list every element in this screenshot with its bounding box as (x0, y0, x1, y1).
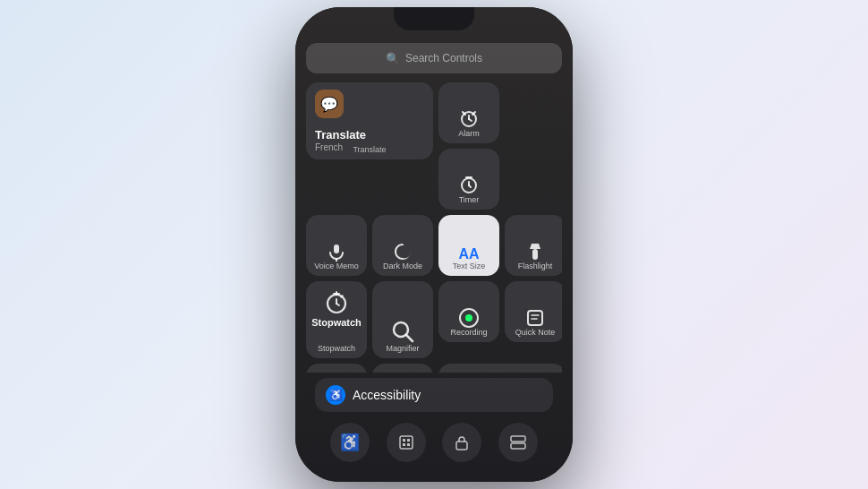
svg-rect-20 (528, 311, 542, 325)
accessibility-btn[interactable]: ♿ (330, 423, 370, 462)
svg-line-14 (336, 304, 339, 305)
text-size-label: Text Size (453, 262, 486, 271)
alarm-icon (458, 107, 480, 129)
quick-note-icon (525, 308, 545, 328)
svg-rect-35 (400, 436, 413, 449)
search-placeholder: Search Controls (405, 52, 482, 64)
home-btn[interactable] (387, 423, 426, 462)
accessibility-row[interactable]: ♿ Accessibility (315, 378, 553, 412)
svg-rect-11 (532, 249, 538, 260)
timer-icon (458, 174, 480, 195)
svg-rect-41 (511, 436, 525, 442)
controls-grid: 💬 Translate French Translate (306, 82, 562, 373)
low-power-cell[interactable]: Low Power Mode (306, 364, 367, 373)
svg-rect-39 (407, 443, 410, 446)
timer-label: Timer (459, 195, 480, 205)
magnifier-icon (390, 319, 415, 344)
dark-mode-cell[interactable]: Dark Mode (372, 215, 433, 276)
dark-mode-icon (393, 242, 413, 262)
text-size-cell[interactable]: AA Text Size (438, 215, 499, 276)
magnifier-label: Magnifier (386, 344, 419, 354)
flashlight-label: Flashlight (518, 262, 553, 271)
svg-rect-38 (403, 443, 405, 446)
stopwatch-label: Stopwatch (318, 344, 355, 354)
alarm-label: Alarm (458, 129, 480, 139)
row-3: Stopwatch Stopwatch Magnifier (306, 281, 562, 358)
dark-mode-label: Dark Mode (383, 262, 422, 271)
stopwatch-icon (323, 288, 350, 315)
voice-memo-label: Voice Memo (314, 262, 359, 271)
scan-code-cell[interactable]: Scan Code (372, 364, 433, 373)
accessibility-icon: ♿ (326, 385, 345, 405)
accessibility-bottom-icon: ♿ (340, 433, 360, 452)
home-icon (398, 434, 414, 450)
row-4: Low Power Mode Scan Cod (306, 364, 562, 373)
notch (394, 7, 474, 30)
row-2: Voice Memo Dark Mode AA Text Size (306, 215, 562, 276)
translate-label: Translate (353, 145, 386, 154)
bottom-icons: ♿ (315, 419, 553, 469)
svg-rect-40 (456, 442, 467, 450)
translate-cell[interactable]: 💬 Translate French Translate (306, 82, 433, 159)
svg-line-2 (469, 119, 472, 121)
svg-rect-36 (403, 439, 405, 442)
lock-icon (455, 434, 468, 450)
svg-rect-37 (407, 439, 410, 442)
quick-note-cell[interactable]: Quick Note (505, 281, 562, 342)
recording-label: Recording (450, 328, 487, 338)
svg-line-19 (406, 335, 413, 341)
search-icon: 🔍 (386, 52, 400, 65)
stopwatch-cell[interactable]: Stopwatch Stopwatch (306, 281, 367, 358)
stopwatch-title: Stopwatch (311, 317, 362, 328)
bottom-bar: ♿ Accessibility ♿ (306, 373, 562, 473)
voice-memo-cell[interactable]: Voice Memo (306, 215, 367, 276)
row-1: 💬 Translate French Translate (306, 82, 562, 210)
phone-frame: 🔍 Search Controls 💬 Translate French (295, 7, 573, 482)
screen: 🔍 Search Controls 💬 Translate French (295, 7, 573, 482)
layout-icon (510, 435, 526, 450)
voice-memo-icon (327, 242, 346, 262)
search-bar[interactable]: 🔍 Search Controls (306, 43, 562, 73)
scene-cell[interactable]: Scene or Accessory Home (438, 364, 562, 373)
flashlight-cell[interactable]: Flashlight (505, 215, 562, 276)
alarm-cell[interactable]: Alarm (438, 82, 499, 143)
quick-note-label: Quick Note (515, 328, 556, 338)
svg-rect-9 (334, 244, 339, 253)
timer-cell[interactable]: Timer (438, 149, 499, 210)
magnifier-cell[interactable]: Magnifier (372, 281, 433, 358)
recording-cell[interactable]: Recording (438, 281, 499, 342)
lock-btn[interactable] (442, 423, 481, 462)
svg-line-7 (469, 185, 471, 187)
svg-rect-42 (511, 443, 525, 449)
recording-icon (459, 308, 479, 328)
text-size-icon: AA (458, 247, 479, 262)
flashlight-icon (527, 242, 543, 262)
accessibility-label: Accessibility (353, 388, 421, 402)
layout-btn[interactable] (498, 423, 538, 462)
